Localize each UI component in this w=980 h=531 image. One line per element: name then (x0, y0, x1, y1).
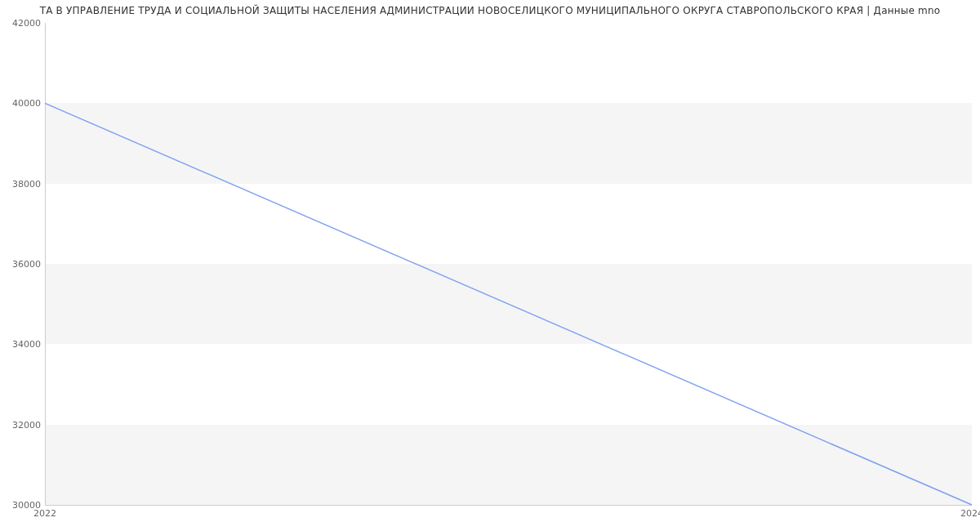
y-tick-label: 38000 (4, 178, 41, 189)
x-axis-line (45, 505, 972, 506)
y-tick-label: 36000 (4, 259, 41, 270)
chart-plot-area (45, 23, 972, 505)
y-tick-label: 32000 (4, 419, 41, 430)
y-tick-label: 34000 (4, 339, 41, 350)
y-tick-label: 40000 (4, 98, 41, 109)
x-tick-label: 2022 (33, 508, 56, 519)
data-series-line (45, 103, 972, 505)
chart-title: ТА В УПРАВЛЕНИЕ ТРУДА И СОЦИАЛЬНОЙ ЗАЩИТ… (0, 5, 980, 16)
y-tick-label: 42000 (4, 18, 41, 29)
x-tick-label: 2024 (960, 508, 980, 519)
